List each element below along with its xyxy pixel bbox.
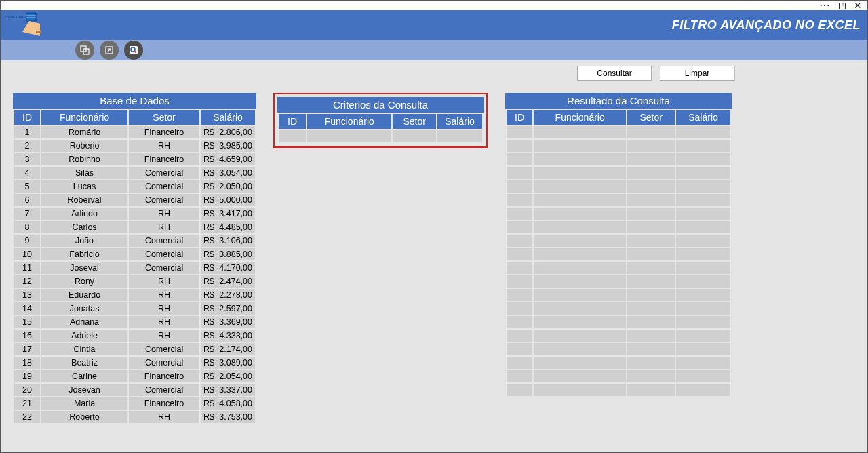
table-row: 10FabricioComercialR$3.885,00: [14, 248, 255, 260]
cell-setor: Comercial: [129, 248, 199, 260]
cell-setor: [627, 316, 675, 328]
cell-salario: R$4.058,00: [201, 397, 255, 410]
cell-setor: RH: [129, 330, 199, 342]
maximize-icon[interactable]: [839, 3, 846, 9]
toolbar-btn-search[interactable]: [124, 41, 143, 60]
cell-id: [507, 262, 532, 274]
cell-nome: [534, 370, 626, 382]
cell-salario: [676, 248, 730, 260]
main-area: Consultar Limpar Base de Dados ID Funcio…: [1, 60, 867, 452]
cell-id: 8: [14, 221, 40, 233]
cell-setor: Comercial: [129, 180, 199, 193]
cell-nome: Lucas: [41, 180, 127, 193]
cell-nome: Jonatas: [41, 302, 127, 315]
cell-nome: [534, 167, 626, 179]
close-icon[interactable]: ✕: [854, 0, 862, 11]
cell-setor: RH: [129, 221, 199, 233]
table-row: 7ArlindoRHR$3.417,00: [14, 208, 255, 220]
cell-salario: R$3.753,00: [201, 411, 255, 423]
cell-id: [507, 248, 532, 260]
cell-id: 4: [14, 167, 40, 179]
cell-salario: R$2.054,00: [201, 370, 255, 382]
cell-setor: Comercial: [129, 343, 199, 355]
crit-salario-input[interactable]: [437, 130, 482, 142]
table-row: 3RobinhoFinanceiroR$4.659,00: [14, 153, 255, 165]
toolbar-btn-1[interactable]: [75, 41, 94, 60]
cell-setor: Comercial: [129, 262, 199, 274]
app-title: FILTRO AVANÇADO NO EXCEL: [672, 18, 861, 33]
table-row: 14JonatasRHR$2.597,00: [14, 302, 255, 315]
cell-salario: R$3.106,00: [201, 235, 255, 247]
panel-criterios: Criterios da Consulta ID Funcionário Set…: [273, 93, 488, 148]
svg-rect-5: [36, 31, 41, 33]
col-funcionario: Funcionário: [307, 114, 391, 129]
cell-id: 20: [14, 384, 40, 396]
cell-salario: R$2.278,00: [201, 289, 255, 301]
cell-setor: Comercial: [129, 357, 199, 369]
cell-id: [507, 370, 532, 382]
cell-nome: [534, 126, 626, 138]
cell-id: 1: [14, 126, 40, 138]
table-row: [507, 235, 730, 247]
cell-salario: R$3.337,00: [201, 384, 255, 396]
cell-id: 7: [14, 208, 40, 220]
criterios-table: ID Funcionário Setor Salário: [277, 113, 484, 144]
cell-id: 19: [14, 370, 40, 382]
crit-funcionario-input[interactable]: [307, 130, 391, 142]
cell-id: [507, 126, 532, 138]
cell-nome: Roberio: [41, 140, 127, 152]
cell-setor: Financeiro: [129, 153, 199, 165]
cell-id: 2: [14, 140, 40, 152]
app-banner: Excel Hermes FILTRO AVANÇADO NO EXCEL: [1, 10, 867, 40]
cell-setor: RH: [129, 275, 199, 288]
resultado-table: ID Funcionário Setor Salário: [505, 109, 732, 397]
cell-id: [507, 330, 532, 342]
table-row: 9JoãoComercialR$3.106,00: [14, 235, 255, 247]
cell-nome: [534, 194, 626, 206]
cell-setor: [627, 221, 675, 233]
cell-salario: [676, 343, 730, 355]
toolbar-btn-2[interactable]: [100, 41, 119, 60]
cell-id: 6: [14, 194, 40, 206]
cell-salario: R$3.417,00: [201, 208, 255, 220]
consultar-button[interactable]: Consultar: [577, 66, 652, 81]
limpar-button[interactable]: Limpar: [660, 66, 734, 81]
cell-setor: [627, 180, 675, 193]
cell-nome: Eduardo: [41, 289, 127, 301]
table-row: [507, 316, 730, 328]
cell-salario: [676, 275, 730, 288]
cell-setor: [627, 194, 675, 206]
table-row: [507, 140, 730, 152]
cell-nome: [534, 235, 626, 247]
cell-salario: [676, 302, 730, 315]
cell-setor: RH: [129, 140, 199, 152]
cell-setor: Comercial: [129, 384, 199, 396]
cell-nome: Carlos: [41, 221, 127, 233]
cell-setor: Comercial: [129, 194, 199, 206]
cell-setor: RH: [129, 302, 199, 315]
cell-salario: [676, 194, 730, 206]
cell-nome: [534, 262, 626, 274]
table-row: [507, 384, 730, 396]
table-row: 13EduardoRHR$2.278,00: [14, 289, 255, 301]
cell-salario: R$2.597,00: [201, 302, 255, 315]
crit-setor-input[interactable]: [393, 130, 436, 142]
col-salario: Salário: [201, 110, 255, 125]
cell-setor: [627, 153, 675, 165]
base-table: ID Funcionário Setor Salário 1RomárioFin…: [13, 109, 256, 425]
more-icon[interactable]: ···: [820, 1, 831, 10]
cell-salario: [676, 330, 730, 342]
cell-salario: [676, 153, 730, 165]
cell-setor: RH: [129, 208, 199, 220]
col-funcionario: Funcionário: [41, 110, 127, 125]
col-funcionario: Funcionário: [534, 110, 626, 125]
cell-nome: Joseval: [41, 262, 127, 274]
crit-id-input[interactable]: [279, 130, 306, 142]
table-row: 20JosevanComercialR$3.337,00: [14, 384, 255, 396]
cell-nome: Silas: [41, 167, 127, 179]
cell-setor: Financeiro: [129, 370, 199, 382]
cell-salario: [676, 126, 730, 138]
cell-salario: [676, 370, 730, 382]
cell-id: [507, 180, 532, 193]
cell-nome: Romário: [41, 126, 127, 138]
